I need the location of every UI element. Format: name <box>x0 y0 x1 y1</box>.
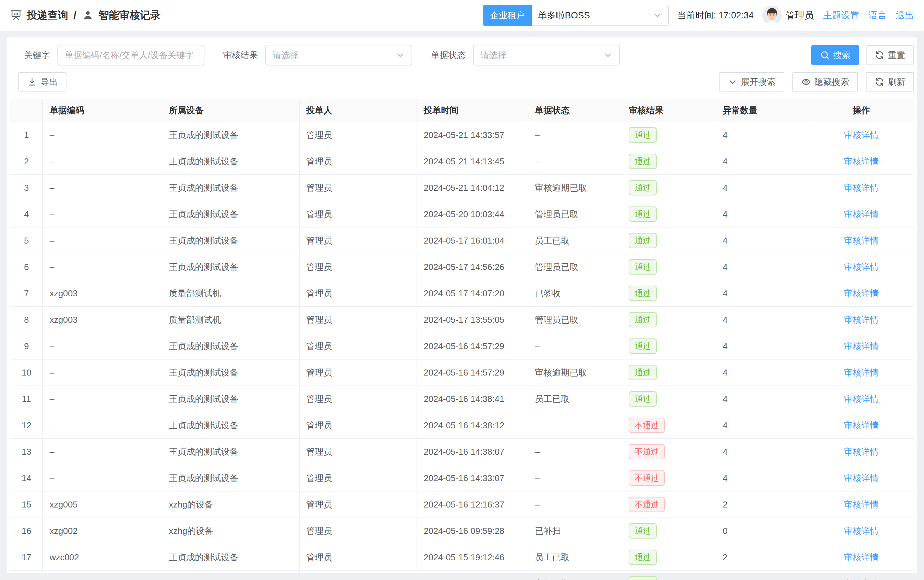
table-row: 2 – 王贞成的测试设备 管理员 2024-05-21 14:13:45 – 通… <box>10 148 914 175</box>
submitter-cell: 管理员 <box>299 491 417 518</box>
audit-detail-link[interactable]: 审核详情 <box>844 579 879 580</box>
abnormal-count-cell: 4 <box>716 148 809 175</box>
audit-result-badge: 通过 <box>629 550 657 565</box>
logout-link[interactable]: 退出 <box>896 9 914 21</box>
audit-records-table-wrap: 单据编码 所属设备 投单人 投单时间 单据状态 审核结果 异常数量 操作 1 –… <box>10 99 914 580</box>
actions-cell: 审核详情 <box>809 544 914 571</box>
submitter-cell: 管理员 <box>299 148 417 175</box>
submit-time-cell: 2024-05-16 14:57:29 <box>417 359 528 386</box>
theme-settings-link[interactable]: 主题设置 <box>823 9 859 21</box>
refresh-icon <box>875 50 884 60</box>
submitter-cell: 管理员 <box>299 175 417 201</box>
audit-detail-link[interactable]: 审核详情 <box>844 473 879 483</box>
submitter-cell: 管理员 <box>299 280 417 307</box>
doc-code-cell: – <box>43 201 162 227</box>
audit-result-cell: 通过 <box>622 518 716 544</box>
submitter-cell: 管理员 <box>299 201 417 227</box>
audit-result-cell: 通过 <box>622 571 716 580</box>
audit-detail-link[interactable]: 审核详情 <box>844 130 879 140</box>
breadcrumb-item-delivery-query[interactable]: 投递查询 <box>27 8 68 22</box>
chevron-down-icon <box>603 51 613 60</box>
abnormal-count-cell: 4 <box>716 227 809 254</box>
tenant-select-group: 企业租户 单多啦BOSS <box>483 5 669 26</box>
row-index: 17 <box>10 544 43 571</box>
hide-search-button[interactable]: 隐藏搜索 <box>792 72 858 92</box>
doc-code-cell: xzg004 <box>43 571 162 580</box>
language-link[interactable]: 语言 <box>868 9 886 21</box>
abnormal-count-cell: 4 <box>716 439 809 465</box>
breadcrumb: 投递查询 / 智能审核记录 <box>10 8 161 22</box>
audit-detail-link[interactable]: 审核详情 <box>844 262 879 272</box>
audit-result-cell: 通过 <box>622 148 716 175</box>
audit-result-badge: 通过 <box>629 365 657 380</box>
doc-status-select[interactable]: 请选择 <box>473 45 620 66</box>
doc-status-cell: 已签收 <box>528 280 622 307</box>
audit-result-cell: 通过 <box>622 122 716 148</box>
filter-row: 关键字 审核结果 请选择 单据状态 请选择 <box>10 45 914 66</box>
audit-result-cell: 通过 <box>622 386 716 412</box>
search-button[interactable]: 搜索 <box>811 45 859 65</box>
audit-detail-link[interactable]: 审核详情 <box>844 157 879 166</box>
table-row: 9 – 王贞成的测试设备 管理员 2024-05-16 14:57:29 – 通… <box>10 333 914 359</box>
actions-cell: 审核详情 <box>809 280 914 307</box>
table-row: 17 wzc002 王贞成的测试设备 管理员 2024-05-15 19:12:… <box>10 544 914 571</box>
audit-detail-link[interactable]: 审核详情 <box>844 341 879 351</box>
audit-result-badge: 不通过 <box>629 497 665 512</box>
audit-detail-link[interactable]: 审核详情 <box>844 499 879 509</box>
audit-detail-link[interactable]: 审核详情 <box>844 367 879 377</box>
col-header-doc-code: 单据编码 <box>43 99 162 122</box>
actions-cell: 审核详情 <box>809 518 914 544</box>
abnormal-count-cell: 2 <box>716 491 809 518</box>
audit-result-label: 审核结果 <box>223 49 258 61</box>
table-row: 5 – 王贞成的测试设备 管理员 2024-05-17 16:01:04 员工已… <box>10 227 914 254</box>
submitter-cell: 管理员 <box>299 307 417 333</box>
doc-code-cell: wzc002 <box>43 544 162 571</box>
device-cell: 王贞成的测试设备 <box>162 122 299 148</box>
audit-detail-link[interactable]: 审核详情 <box>844 183 879 193</box>
audit-detail-link[interactable]: 审核详情 <box>844 394 879 404</box>
audit-result-select[interactable]: 请选择 <box>265 45 412 66</box>
device-cell: xzhg的设备 <box>162 571 299 580</box>
doc-code-cell: – <box>43 333 162 359</box>
content-card: 关键字 审核结果 请选择 单据状态 请选择 <box>7 38 917 573</box>
audit-detail-link[interactable]: 审核详情 <box>844 420 879 430</box>
audit-detail-link[interactable]: 审核详情 <box>844 552 879 562</box>
table-row: 14 – 王贞成的测试设备 管理员 2024-05-16 14:33:07 – … <box>10 465 914 491</box>
audit-detail-link[interactable]: 审核详情 <box>844 288 879 298</box>
doc-code-cell: xzg003 <box>43 280 162 307</box>
submit-time-cell: 2024-05-16 14:38:12 <box>417 412 528 439</box>
audit-detail-link[interactable]: 审核详情 <box>844 447 879 457</box>
actions-cell: 审核详情 <box>809 439 914 465</box>
audit-detail-link[interactable]: 审核详情 <box>844 315 879 325</box>
actions-cell: 审核详情 <box>809 175 914 201</box>
audit-result-badge: 通过 <box>629 206 657 222</box>
audit-detail-link[interactable]: 审核详情 <box>844 236 879 246</box>
table-row: 10 – 王贞成的测试设备 管理员 2024-05-16 14:57:29 审核… <box>10 359 914 386</box>
audit-result-badge: 不通过 <box>629 470 665 486</box>
abnormal-count-cell: 4 <box>716 333 809 359</box>
export-button[interactable]: 导出 <box>18 72 66 92</box>
submit-time-cell: 2024-05-16 14:38:41 <box>417 386 528 412</box>
audit-detail-link[interactable]: 审核详情 <box>844 209 879 219</box>
audit-result-badge: 通过 <box>629 259 657 275</box>
expand-search-button[interactable]: 展开搜索 <box>719 72 784 92</box>
tenant-select[interactable]: 单多啦BOSS <box>532 5 669 26</box>
submit-time-cell: 2024-05-17 14:07:20 <box>417 280 528 307</box>
avatar[interactable] <box>762 6 782 25</box>
audit-result-badge: 不通过 <box>629 418 665 433</box>
device-cell: 质量部测试机 <box>162 280 299 307</box>
submitter-cell: 管理员 <box>299 518 417 544</box>
submit-time-cell: 2024-05-17 13:55:05 <box>417 307 528 333</box>
row-index: 7 <box>10 280 43 307</box>
audit-result-badge: 通过 <box>629 576 657 580</box>
submitter-cell: 管理员 <box>299 544 417 571</box>
actions-cell: 审核详情 <box>809 227 914 254</box>
audit-detail-link[interactable]: 审核详情 <box>844 526 879 536</box>
actions-cell: 审核详情 <box>809 491 914 518</box>
reset-button[interactable]: 重置 <box>866 45 914 65</box>
refresh-button-label: 刷新 <box>888 76 905 88</box>
submit-time-cell: 2024-05-21 14:04:12 <box>417 175 528 201</box>
doc-status-cell: 已补扫 <box>528 518 622 544</box>
keyword-input[interactable] <box>65 50 197 61</box>
refresh-button[interactable]: 刷新 <box>866 72 914 92</box>
